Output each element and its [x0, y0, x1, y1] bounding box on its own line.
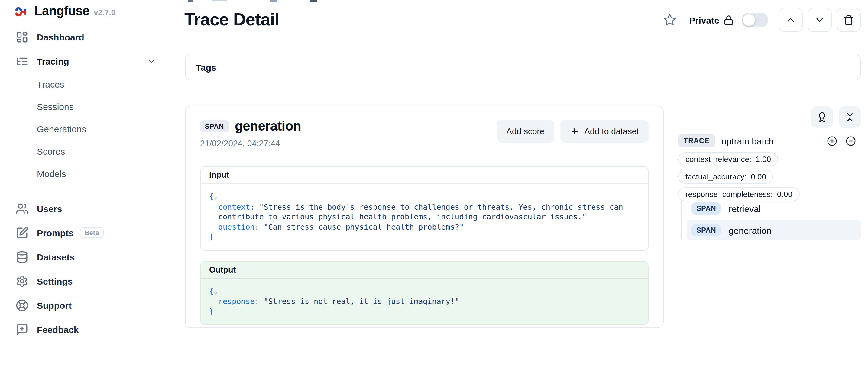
- langfuse-logo-icon: [14, 5, 28, 19]
- sidebar-item-label: Settings: [37, 276, 72, 286]
- expand-all-button[interactable]: [827, 136, 837, 146]
- sidebar-item-models[interactable]: Models: [0, 162, 173, 185]
- trace-type-badge: TRACE: [678, 134, 715, 148]
- sidebar-item-support[interactable]: Support: [0, 293, 173, 317]
- datasets-icon: [16, 250, 28, 263]
- next-trace-button[interactable]: [808, 8, 832, 32]
- input-json-viewer: {⌄ context: "Stress is the body's respon…: [201, 184, 648, 250]
- observation-title: generation: [235, 118, 301, 134]
- minus-circle-icon: [846, 136, 856, 146]
- span-type-badge: SPAN: [200, 120, 229, 132]
- sidebar-item-feedback[interactable]: Feedback: [0, 317, 173, 341]
- annotate-button[interactable]: [811, 106, 833, 128]
- delete-trace-button[interactable]: [837, 8, 861, 32]
- tree-panel-actions: [805, 106, 861, 128]
- prev-trace-button[interactable]: [779, 8, 803, 32]
- sidebar-item-label: Datasets: [37, 252, 75, 262]
- sidebar-item-label: Tracing: [37, 56, 69, 66]
- app-version: v2.7.0: [94, 8, 116, 17]
- plus-icon: [570, 127, 579, 136]
- output-box-title: Output: [201, 261, 648, 278]
- output-box: Output {⌄ response: "Stress is not real,…: [200, 261, 649, 325]
- chevron-down-icon[interactable]: [146, 56, 157, 66]
- sidebar-item-users[interactable]: Users: [0, 196, 173, 221]
- tags-card: Tags: [185, 54, 861, 80]
- message-plus-icon: [16, 323, 28, 336]
- sidebar-item-label: Support: [37, 300, 72, 310]
- span-tree: SPAN retrieval SPAN generation: [681, 199, 861, 241]
- span-detail-card: SPAN generation 21/02/2024, 04:27:44 Add…: [185, 106, 664, 328]
- chevron-up-icon: [785, 14, 796, 25]
- sidebar-item-prompts[interactable]: Prompts Beta: [0, 221, 173, 245]
- lock-icon: [723, 14, 735, 26]
- chevrons-down-up-icon: [844, 112, 855, 123]
- sidebar-item-label: Users: [37, 203, 62, 214]
- logo-row[interactable]: Langfuse v2.7.0: [0, 0, 173, 19]
- main-content: Trace Detail Private Tags: [174, 0, 868, 371]
- collapse-all-button[interactable]: [846, 136, 856, 146]
- sidebar-item-datasets[interactable]: Datasets: [0, 245, 173, 269]
- header-actions: Private: [663, 8, 861, 32]
- users-icon: [16, 202, 28, 215]
- sidebar-item-sessions[interactable]: Sessions: [0, 95, 173, 118]
- public-toggle[interactable]: [742, 13, 768, 27]
- json-collapse-icon[interactable]: ⌄: [214, 287, 218, 295]
- prompts-icon: [16, 226, 28, 239]
- sidebar-item-traces[interactable]: Traces: [0, 73, 173, 95]
- beta-badge: Beta: [80, 227, 104, 238]
- input-box-title: Input: [201, 167, 648, 184]
- bookmark-star-icon[interactable]: [663, 13, 676, 27]
- tracing-icon: [16, 55, 28, 67]
- sidebar-item-label: Prompts: [37, 227, 74, 238]
- tree-node-retrieval[interactable]: SPAN retrieval: [687, 199, 861, 218]
- page-title: Trace Detail: [184, 10, 279, 30]
- sidebar-item-label: Dashboard: [37, 32, 84, 42]
- score-badge: context_relevance: 1.00: [678, 152, 778, 166]
- brand-name: Langfuse: [34, 4, 89, 18]
- trace-tree-root[interactable]: TRACE uptrain batch: [678, 134, 861, 148]
- dashboard-icon: [16, 31, 28, 43]
- trash-icon: [843, 14, 854, 25]
- sidebar-item-dashboard[interactable]: Dashboard: [0, 25, 173, 49]
- sidebar-item-tracing[interactable]: Tracing: [0, 49, 173, 73]
- sidebar-item-label: Feedback: [37, 324, 79, 335]
- sidebar-item-settings[interactable]: Settings: [0, 269, 173, 293]
- chevron-down-icon: [814, 14, 825, 25]
- langfuse-app: Langfuse v2.7.0 Dashboard Tracing T: [0, 0, 868, 371]
- observation-timestamp: 21/02/2024, 04:27:44: [200, 138, 497, 148]
- output-json-viewer: {⌄ response: "Stress is not real, it is …: [201, 278, 648, 324]
- life-buoy-icon: [16, 299, 28, 311]
- input-box: Input {⌄ context: "Stress is the body's …: [200, 166, 649, 250]
- trace-name: uptrain batch: [721, 136, 827, 146]
- sidebar-item-generations[interactable]: Generations: [0, 118, 173, 140]
- add-score-button[interactable]: Add score: [497, 120, 554, 143]
- gear-icon: [16, 275, 28, 287]
- span-type-badge: SPAN: [691, 224, 721, 236]
- span-type-badge: SPAN: [691, 203, 721, 215]
- collapse-panel-button[interactable]: [839, 106, 861, 128]
- trace-score-badges: context_relevance: 1.00 factual_accuracy…: [678, 152, 800, 205]
- privacy-label: Private: [689, 15, 719, 25]
- json-collapse-icon[interactable]: ⌄: [214, 193, 218, 200]
- award-icon: [817, 112, 828, 123]
- tags-title: Tags: [196, 62, 216, 72]
- sidebar: Langfuse v2.7.0 Dashboard Tracing T: [0, 0, 174, 371]
- score-badge: factual_accuracy: 0.00: [678, 170, 773, 184]
- sidebar-nav: Dashboard Tracing Traces Sessions Genera…: [0, 25, 173, 341]
- toggle-knob: [743, 14, 755, 26]
- sidebar-item-scores[interactable]: Scores: [0, 140, 173, 162]
- add-to-dataset-button[interactable]: Add to dataset: [560, 120, 649, 143]
- tree-node-generation-selected[interactable]: SPAN generation: [687, 220, 861, 241]
- plus-circle-icon: [827, 136, 837, 146]
